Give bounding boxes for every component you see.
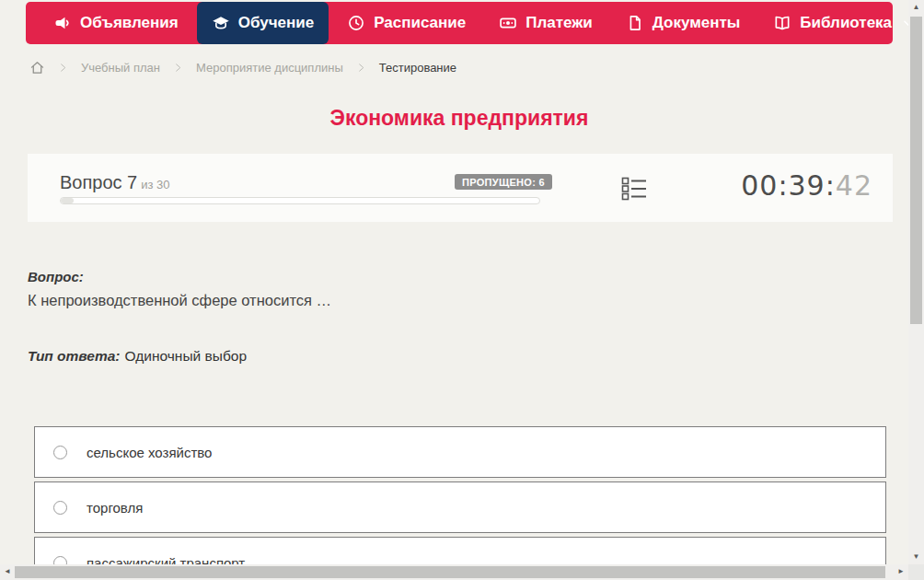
progress-fill [61,198,74,203]
radio-button[interactable] [53,501,67,515]
nav-item-label: Расписание [374,14,466,32]
nav-item-label: Обучение [238,14,314,32]
chevron-right-icon [356,63,366,73]
clock-icon [347,14,365,32]
question-list-icon[interactable] [621,176,647,202]
page-title: Экономика предприятия [26,106,893,131]
nav-item-label: Объявления [80,14,179,32]
graduation-cap-icon [212,14,230,32]
breadcrumb-discipline-events[interactable]: Мероприятие дисциплины [196,61,343,75]
answer-option-1[interactable]: сельское хозяйство [34,426,886,478]
answer-type-label: Тип ответа: [28,348,121,364]
breadcrumb-study-plan[interactable]: Учебный план [81,61,160,75]
nav-item-payments[interactable]: Платежи [484,2,607,44]
cash-icon [499,14,517,32]
progress-bar [60,197,540,204]
nav-item-label: Библиотека [800,14,892,32]
main-nav: Объявления Обучение Расписание Платежи Д… [26,2,893,44]
radio-button[interactable] [53,446,67,459]
question-heading: Вопрос: [28,269,84,284]
chevron-right-icon [173,63,183,73]
answer-type-row: Тип ответа:Одиночный выбор [28,348,247,365]
timer-hours-minutes: 00:39: [741,169,836,202]
vertical-scrollbar[interactable]: ▲ ▼ [908,0,924,564]
nav-item-schedule[interactable]: Расписание [332,2,480,44]
horizontal-scrollbar-thumb[interactable] [15,566,885,578]
nav-item-announcements[interactable]: Объявления [39,2,193,44]
nav-item-documents[interactable]: Документы [611,2,756,44]
question-number: Вопрос 7 [60,172,137,192]
scroll-up-arrow-icon[interactable]: ▲ [908,4,924,11]
quiz-header-panel: Вопрос 7из 30 ПРОПУЩЕНО: 6 00:39:42 [28,154,893,222]
answer-type-value: Одиночный выбор [125,348,248,364]
skipped-badge: ПРОПУЩЕНО: 6 [455,174,552,190]
horizontal-scrollbar[interactable]: ◄ ► [0,564,908,580]
nav-item-label: Платежи [526,14,593,32]
question-total: из 30 [141,178,169,191]
scroll-down-arrow-icon[interactable]: ▼ [908,553,924,561]
nav-item-learning[interactable]: Обучение [197,2,329,44]
book-icon [773,14,791,32]
breadcrumb-testing: Тестирование [379,61,456,75]
nav-item-label: Документы [653,14,741,32]
question-text: К непроизводственной сфере относится … [28,292,331,309]
question-counter: Вопрос 7из 30 [60,172,170,193]
scrollbar-corner [908,564,924,580]
nav-item-library[interactable]: Библиотека [758,2,924,44]
megaphone-icon [53,14,72,32]
scroll-right-arrow-icon[interactable]: ► [895,568,907,575]
answer-option-2[interactable]: торговля [34,481,886,533]
home-icon[interactable] [29,60,45,75]
timer-seconds: 42 [836,169,872,202]
answer-option-label: торговля [87,500,143,516]
timer: 00:39:42 [741,169,872,202]
chevron-right-icon [58,63,68,73]
answer-options: сельское хозяйство торговля пассажирский… [34,426,886,580]
document-icon [626,14,644,32]
quiz-page: Объявления Обучение Расписание Платежи Д… [0,0,924,580]
breadcrumb: Учебный план Мероприятие дисциплины Тест… [29,58,456,76]
scroll-left-arrow-icon[interactable]: ◄ [1,568,14,575]
vertical-scrollbar-thumb[interactable] [910,17,922,324]
answer-option-label: сельское хозяйство [87,445,212,460]
